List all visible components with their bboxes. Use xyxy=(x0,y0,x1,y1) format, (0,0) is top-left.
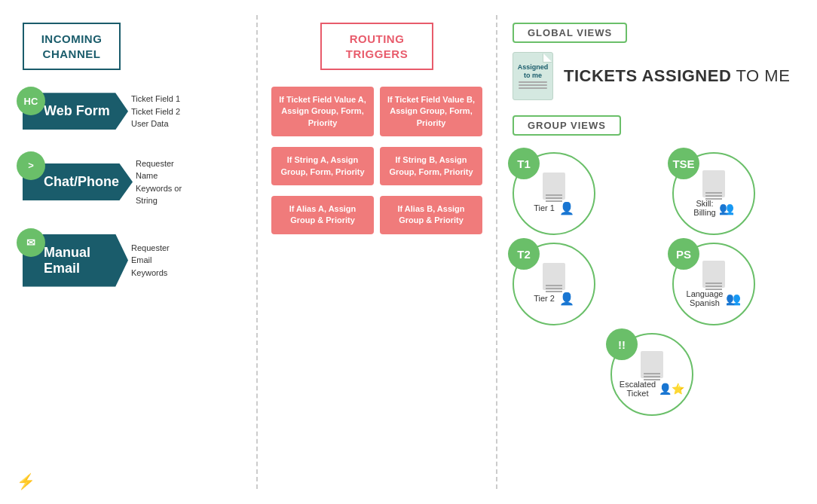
person-icon-escalated: 👤⭐ xyxy=(659,383,684,395)
left-column: INCOMING CHANNEL HC Web Form Ticket Fiel… xyxy=(8,15,256,489)
web-form-text: Web Form xyxy=(44,103,110,119)
group-item-tse: TSE Skill: Billing 👥 xyxy=(672,152,809,235)
group-t2-content: Tier 2 👤 xyxy=(534,263,574,306)
group-grid: T1 Tier 1 👤 TSE xyxy=(513,152,809,325)
trigger-grid-row2: If String A, Assign Group, Form, Priorit… xyxy=(256,147,497,185)
group-badge-tse: TSE xyxy=(668,148,699,179)
global-views-section: GLOBAL VIEWS Assigned to me TICKETS ASSI… xyxy=(513,23,809,100)
trigger-box-1b: If Ticket Field Value B, Assign Group, F… xyxy=(380,87,482,136)
group-badge-escalated: !! xyxy=(606,328,638,360)
channel-item-chat-phone: > Chat/Phone Requester Name Keywords or … xyxy=(23,157,182,207)
routing-triggers-title: ROUTING TRIGGERS xyxy=(346,32,408,60)
ticket-doc-lines xyxy=(519,81,547,90)
chat-phone-info: Requester Name Keywords or String xyxy=(136,157,182,207)
middle-column: ROUTING TRIGGERS If Ticket Field Value A… xyxy=(256,15,497,489)
group-tse-label: Skill: Billing xyxy=(693,199,715,217)
doc-icon-t2 xyxy=(543,263,565,290)
ticket-doc-assigned: Assigned to me xyxy=(513,52,553,100)
routing-triggers-box: ROUTING TRIGGERS xyxy=(320,23,433,70)
zendesk-logo: ⚡ xyxy=(17,472,35,490)
doc-icon-ps xyxy=(702,261,725,288)
person-icon-ps: 👥 xyxy=(726,292,741,306)
dashed-divider-right xyxy=(496,15,497,489)
person-icon-t1: 👤 xyxy=(559,201,574,215)
dashed-divider-left xyxy=(256,15,258,489)
manual-email-badge: ✉ xyxy=(17,228,45,257)
group-badge-t2: T2 xyxy=(508,238,540,270)
group-item-ps: PS Language Spanish 👥 xyxy=(672,243,809,325)
doc-icon-tse xyxy=(702,170,725,197)
group-t1-label: Tier 1 xyxy=(534,203,555,212)
manual-email-text: Manual Email xyxy=(44,245,90,276)
group-views-label: GROUP VIEWS xyxy=(513,115,621,136)
incoming-channel-title: INCOMING CHANNEL xyxy=(41,32,103,60)
manual-email-info: Requester Email Keywords xyxy=(131,242,170,279)
person-icon-t2: 👤 xyxy=(559,292,574,306)
doc-icon-t1 xyxy=(543,173,565,200)
tickets-assigned-strong: TICKETS ASSIGNED xyxy=(564,66,731,85)
group-badge-t1: T1 xyxy=(508,148,540,179)
trigger-box-2b: If String B, Assign Group, Form, Priorit… xyxy=(380,147,482,185)
group-tse-content: Skill: Billing 👥 xyxy=(693,170,733,217)
web-form-badge: HC xyxy=(17,87,45,115)
channel-item-web-form: HC Web Form Ticket Field 1 Ticket Field … xyxy=(23,93,180,130)
ticket-doc-label: Assigned to me xyxy=(518,63,549,80)
channel-item-manual-email: ✉ Manual Email Requester Email Keywords xyxy=(23,234,170,287)
person-icon-tse: 👥 xyxy=(719,201,734,215)
tickets-assigned-suffix: TO ME xyxy=(731,66,790,85)
incoming-channel-box: INCOMING CHANNEL xyxy=(23,23,121,70)
right-column: GLOBAL VIEWS Assigned to me TICKETS ASSI… xyxy=(497,15,809,489)
web-form-info: Ticket Field 1 Ticket Field 2 User Data xyxy=(131,93,180,130)
escalated-row: !! Escalated Ticket 👤⭐ xyxy=(513,333,809,416)
group-views-section: GROUP VIEWS T1 Tier 1 👤 xyxy=(513,115,809,489)
group-ps-label: Language Spanish xyxy=(687,289,724,307)
tickets-assigned-label: TICKETS ASSIGNED TO ME xyxy=(564,66,790,86)
trigger-box-2a: If String A, Assign Group, Form, Priorit… xyxy=(271,147,374,185)
group-item-escalated: !! Escalated Ticket 👤⭐ xyxy=(610,333,693,416)
group-ps-content: Language Spanish 👥 xyxy=(687,261,742,307)
global-views-label: GLOBAL VIEWS xyxy=(513,23,627,43)
group-escalated-label: Escalated Ticket xyxy=(620,380,656,398)
trigger-box-3b: If Alias B, Assign Group & Priority xyxy=(380,196,482,234)
email-icon-glyph: ✉ xyxy=(26,237,35,249)
trigger-box-1a: If Ticket Field Value A, Assign Group, F… xyxy=(271,87,374,136)
doc-icon-escalated xyxy=(641,351,663,378)
group-badge-ps: PS xyxy=(668,238,699,270)
group-item-t2: T2 Tier 2 👤 xyxy=(513,243,650,325)
group-t1-content: Tier 1 👤 xyxy=(534,173,574,215)
global-views-row: Assigned to me TICKETS ASSIGNED TO ME xyxy=(513,52,809,100)
chat-phone-badge: > xyxy=(17,151,45,180)
trigger-grid-row3: If Alias A, Assign Group & Priority If A… xyxy=(256,196,497,234)
page: INCOMING CHANNEL HC Web Form Ticket Fiel… xyxy=(0,0,817,504)
group-item-t1: T1 Tier 1 👤 xyxy=(513,152,650,235)
chat-phone-text: Chat/Phone xyxy=(44,174,119,190)
trigger-grid-row1: If Ticket Field Value A, Assign Group, F… xyxy=(256,87,497,136)
group-t2-label: Tier 2 xyxy=(534,294,555,303)
trigger-box-3a: If Alias A, Assign Group & Priority xyxy=(271,196,374,234)
